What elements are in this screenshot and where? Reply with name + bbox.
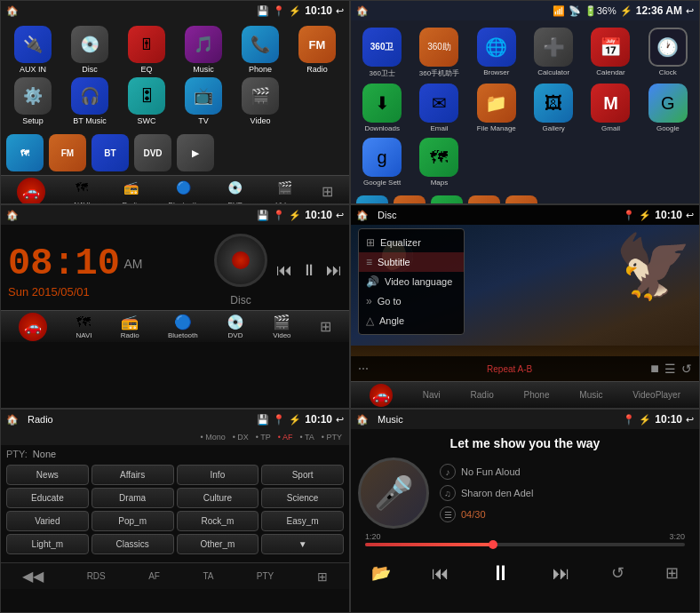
grid-button-3[interactable]: ⊞ [320,318,331,335]
navi-label-4[interactable]: Navi [423,390,441,400]
car-button-3[interactable]: 🚗 [19,313,47,341]
folder-button[interactable]: 📂 [371,563,391,583]
app-music[interactable]: 🎵 Music [177,26,230,74]
btn-sport[interactable]: Sport [261,465,344,485]
btn-more[interactable]: ▼ [261,534,344,554]
repeat-button-4[interactable]: ↺ [681,362,692,376]
btn-rockm[interactable]: Rock_m [177,511,259,531]
prev-music-btn[interactable]: ⏮ [432,563,449,584]
app-360-helper[interactable]: 360助 360手机助手 [413,28,465,78]
video-label-4[interactable]: VideoPlayer [632,390,680,400]
list-music-btn[interactable]: ⊞ [665,563,679,583]
btn-classics[interactable]: Classics [91,534,174,554]
grid-view-button[interactable]: ⊞ [322,183,333,200]
car-button-4[interactable]: 🚗 [370,384,393,407]
back-icon-6[interactable]: ↩ [686,414,694,426]
music-bottom-2[interactable]: 🎵 [468,195,500,204]
navi-shortcut[interactable]: 🗺 [6,134,44,171]
nav-video-3[interactable]: 🎬Video [273,314,290,339]
app-files[interactable]: 📁 File Manage [471,84,522,132]
back-icon-4[interactable]: ↩ [686,210,694,221]
nav-video[interactable]: 🎬 Video [273,175,298,205]
radio-label-4[interactable]: Radio [471,390,494,400]
app-360[interactable]: 360卫 360卫士 [356,28,408,78]
app-gmail[interactable]: M Gmail [585,84,636,132]
nav-navi-3[interactable]: 🗺NAVI [76,314,91,339]
back-icon-5[interactable]: ↩ [336,414,344,426]
app-phone[interactable]: 📞 Phone [234,26,287,74]
navi-bottom-2[interactable]: 🗺 [356,195,388,204]
video-bottom-2[interactable]: ▶ [505,195,537,204]
app-calendar[interactable]: 📅 Calendar [585,28,636,78]
dvd-shortcut[interactable]: DVD [134,134,171,171]
app-calc[interactable]: ➕ Calculator [528,28,579,78]
btn-educate[interactable]: Educate [6,488,89,508]
btn-news[interactable]: News [6,465,89,485]
app-email[interactable]: ✉ Email [413,84,465,132]
btn-lightm[interactable]: Light_m [6,534,89,554]
progress-bar[interactable] [365,543,685,546]
btn-culture[interactable]: Culture [177,488,259,508]
app-setup[interactable]: ⚙️ Setup [6,77,60,125]
app-disc[interactable]: 💿 Disc [63,26,116,74]
menu-equalizer[interactable]: ⊞ Equalizer [359,233,464,252]
nav-radio-3[interactable]: 📻Radio [121,314,139,339]
app-browser[interactable]: 🌐 Browser [471,28,522,78]
radio-shortcut[interactable]: FM [49,134,86,171]
app-google[interactable]: G Google [642,84,694,132]
menu-icon-btn[interactable]: ⋯ [358,362,369,375]
btn-popm[interactable]: Pop_m [91,511,174,531]
menu-video-lang[interactable]: 🔊 Video language [359,272,464,291]
pty-btn[interactable]: PTY [257,571,274,581]
stop-button-4[interactable]: ■ [650,361,659,377]
app-eq[interactable]: 🎚 EQ [120,26,173,74]
btn-info[interactable]: Info [177,465,259,485]
btn-easym[interactable]: Easy_m [261,511,344,531]
music-label-4[interactable]: Music [579,390,602,400]
play-pause-button[interactable]: ⏸ [301,261,317,280]
app-tv[interactable]: 📺 TV [177,77,230,125]
btn-drama[interactable]: Drama [91,488,174,508]
bt-shortcut[interactable]: BT [91,134,129,171]
app-maps[interactable]: 🗺 Maps [413,138,465,187]
rds-btn[interactable]: RDS [87,571,106,581]
nav-navi[interactable]: 🗺 NAVI [69,175,94,205]
app-clock[interactable]: 🕐 Clock [642,28,694,78]
repeat-music-btn[interactable]: ↺ [611,563,624,583]
btn-affairs[interactable]: Affairs [91,465,174,485]
app-bt-music[interactable]: 🎧 BT Music [63,77,116,125]
nav-bt-3[interactable]: 🔵Bluetooth [168,314,198,339]
menu-subtitle[interactable]: ≡ Subtitle [359,252,464,272]
menu-goto[interactable]: » Go to [359,291,464,311]
app-video[interactable]: 🎬 Video [234,77,287,125]
app-google-settings[interactable]: g Google Sett [356,138,408,187]
menu-angle[interactable]: △ Angle [359,311,464,330]
af-btn[interactable]: AF [148,571,160,581]
prev-button[interactable]: ⏮ [276,261,292,280]
nav-radio[interactable]: 📻 Radio [119,175,144,205]
app-aux-in[interactable]: 🔌 AUX IN [6,26,60,74]
app-radio[interactable]: FM Radio [290,26,344,74]
settings-btn-radio[interactable]: ⊞ [317,569,328,584]
nav-dvd-3[interactable]: 💿DVD [227,314,244,339]
back-icon[interactable]: ↩ [336,5,344,17]
ta-btn[interactable]: TA [203,571,213,581]
phone-bottom-2[interactable]: 📞 [431,195,463,204]
vol-down-btn[interactable]: ◀◀ [22,568,44,585]
list-button-4[interactable]: ☰ [664,362,676,376]
btn-otherm[interactable]: Other_m [177,534,259,554]
nav-dvd[interactable]: 💿 DVD [223,175,248,205]
car-button[interactable]: 🚗 [17,178,45,205]
back-icon-3[interactable]: ↩ [336,210,344,221]
app-downloads[interactable]: ⬇ Downloads [356,84,408,132]
next-music-btn[interactable]: ⏭ [553,563,570,584]
app-gallery[interactable]: 🖼 Gallery [528,84,579,132]
next-button[interactable]: ⏭ [326,261,342,280]
back-icon-2[interactable]: ↩ [686,5,694,17]
app-swc[interactable]: 🎛 SWC [120,77,173,125]
nav-bluetooth[interactable]: 🔵 Bluetooth [169,175,199,205]
radio-bottom-2[interactable]: FM [394,195,426,204]
btn-varied[interactable]: Varied [6,511,89,531]
play-music-btn[interactable]: ⏸ [490,561,512,585]
video-shortcut-2[interactable]: ▶ [177,134,214,171]
